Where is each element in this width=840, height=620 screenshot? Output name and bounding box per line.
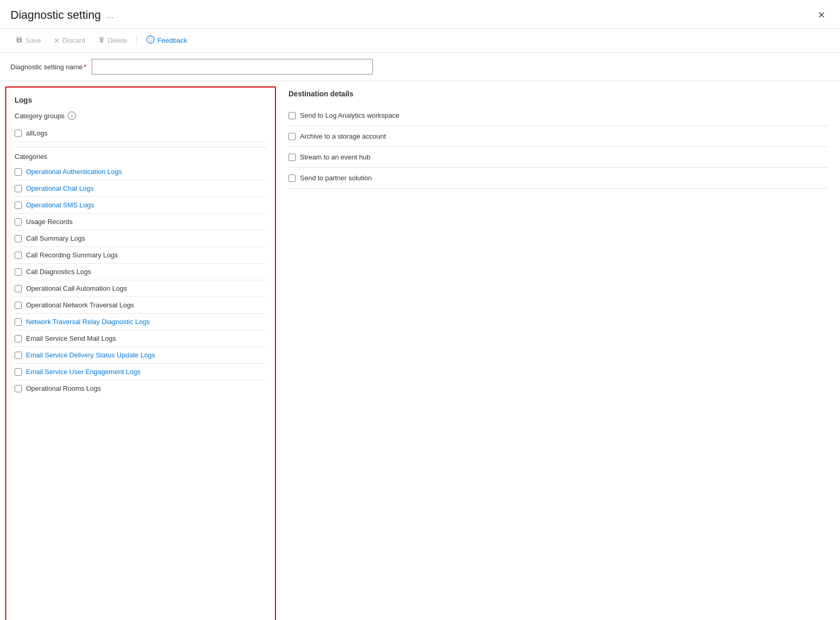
delete-label: Delete (108, 36, 128, 44)
category-label: Call Recording Summary Logs (26, 251, 118, 259)
category-row: Operational Authentication Logs (15, 164, 267, 180)
info-icon[interactable]: i (68, 111, 76, 120)
section-divider (15, 147, 267, 147)
destination-row: Send to partner solution (289, 168, 828, 189)
all-logs-checkbox[interactable] (15, 130, 22, 137)
destination-label: Send to Log Analytics workspace (300, 111, 399, 119)
category-checkbox[interactable] (15, 302, 22, 309)
category-checkbox[interactable] (15, 285, 22, 292)
delete-button[interactable]: Delete (93, 33, 133, 47)
category-row: Call Diagnostics Logs (15, 264, 267, 280)
close-button[interactable]: ✕ (813, 7, 830, 23)
svg-point-0 (147, 36, 154, 43)
feedback-icon (146, 35, 155, 45)
feedback-label: Feedback (157, 36, 187, 44)
category-row: Operational Call Automation Logs (15, 280, 267, 297)
category-label: Operational Authentication Logs (26, 168, 122, 176)
category-label: Email Service Send Mail Logs (26, 334, 116, 342)
discard-button[interactable]: ✕ Discard (48, 34, 91, 47)
category-label: Network Traversal Relay Diagnostic Logs (26, 318, 150, 326)
category-label: Operational Network Traversal Logs (26, 301, 134, 309)
category-label: Call Summary Logs (26, 234, 85, 242)
category-label: Email Service Delivery Status Update Log… (26, 351, 155, 359)
destination-label: Stream to an event hub (300, 153, 370, 161)
destination-checkbox[interactable] (289, 154, 296, 161)
category-groups-label: Category groups (15, 112, 65, 120)
category-checkbox[interactable] (15, 268, 22, 276)
ellipsis-button[interactable]: ... (106, 10, 114, 21)
save-button[interactable]: Save (10, 33, 46, 47)
category-checkbox[interactable] (15, 335, 22, 342)
category-row: Network Traversal Relay Diagnostic Logs (15, 314, 267, 330)
category-row: Email Service Send Mail Logs (15, 330, 267, 347)
category-row: Usage Records (15, 214, 267, 230)
setting-name-label: Diagnostic setting name* (10, 63, 86, 71)
category-label: Operational SMS Logs (26, 201, 94, 209)
required-star: * (84, 63, 86, 71)
category-checkbox[interactable] (15, 235, 22, 242)
discard-icon: ✕ (54, 36, 60, 45)
svg-point-1 (149, 39, 150, 40)
save-icon (16, 36, 23, 45)
category-checkbox[interactable] (15, 318, 22, 326)
category-groups-section: Category groups i (15, 111, 267, 120)
setting-name-row: Diagnostic setting name* (0, 53, 840, 81)
category-label: Email Service User Engagement Logs (26, 368, 141, 376)
page-title: Diagnostic setting (10, 8, 101, 22)
toolbar: Save ✕ Discard Delete Feedback (0, 29, 840, 53)
delete-icon (98, 36, 105, 45)
destination-checkbox[interactable] (289, 175, 296, 182)
category-label: Call Diagnostics Logs (26, 268, 91, 276)
category-label: Usage Records (26, 218, 73, 226)
category-checkbox[interactable] (15, 385, 22, 392)
feedback-button[interactable]: Feedback (141, 33, 192, 48)
category-checkbox[interactable] (15, 352, 22, 359)
save-label: Save (26, 36, 41, 44)
destination-label: Send to partner solution (300, 174, 372, 182)
destination-row: Send to Log Analytics workspace (289, 105, 828, 126)
category-row: Email Service Delivery Status Update Log… (15, 347, 267, 364)
category-checkbox[interactable] (15, 202, 22, 209)
destination-panel: Destination details Send to Log Analytic… (276, 81, 840, 620)
main-content: Logs Category groups i allLogs Categorie… (0, 81, 840, 620)
category-row: Call Recording Summary Logs (15, 247, 267, 264)
category-row: Operational Network Traversal Logs (15, 297, 267, 314)
categories-section-label: Categories (15, 153, 267, 160)
category-checkbox[interactable] (15, 218, 22, 226)
destination-checkbox[interactable] (289, 112, 296, 119)
category-label: Operational Chat Logs (26, 184, 94, 192)
category-checkbox[interactable] (15, 185, 22, 192)
setting-name-input[interactable] (92, 59, 373, 75)
destinations-list: Send to Log Analytics workspaceArchive t… (289, 105, 828, 189)
category-label: Operational Call Automation Logs (26, 284, 127, 292)
destination-row: Stream to an event hub (289, 147, 828, 168)
discard-label: Discard (62, 36, 85, 44)
all-logs-label: allLogs (26, 129, 47, 137)
logs-panel: Logs Category groups i allLogs Categorie… (5, 86, 276, 620)
category-row: Operational Rooms Logs (15, 380, 267, 396)
category-checkbox[interactable] (15, 368, 22, 376)
categories-list: Operational Authentication LogsOperation… (15, 164, 267, 396)
destination-row: Archive to a storage account (289, 126, 828, 147)
category-row: Operational Chat Logs (15, 180, 267, 197)
category-row: Call Summary Logs (15, 230, 267, 247)
destination-checkbox[interactable] (289, 133, 296, 140)
svg-point-2 (152, 39, 153, 40)
category-checkbox[interactable] (15, 168, 22, 176)
destination-panel-title: Destination details (289, 90, 828, 98)
category-row: Operational SMS Logs (15, 197, 267, 214)
title-bar: Diagnostic setting ... ✕ (0, 0, 840, 29)
title-bar-left: Diagnostic setting ... (10, 8, 114, 22)
logs-panel-title: Logs (15, 96, 267, 104)
category-checkbox[interactable] (15, 252, 22, 259)
all-logs-row: allLogs (15, 125, 267, 142)
category-label: Operational Rooms Logs (26, 385, 101, 392)
destination-label: Archive to a storage account (300, 132, 386, 140)
toolbar-separator (136, 35, 137, 46)
category-row: Email Service User Engagement Logs (15, 364, 267, 380)
